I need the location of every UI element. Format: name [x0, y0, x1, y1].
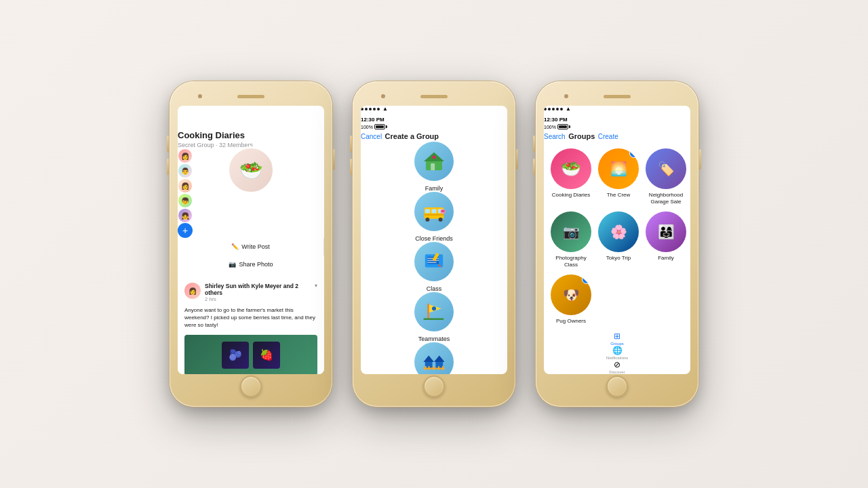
- svg-rect-31: [429, 366, 430, 370]
- battery-icon: [374, 124, 385, 129]
- front-camera: [564, 94, 568, 98]
- close-button[interactable]: ✕: [184, 111, 198, 125]
- post-author-name: Shirley Sun with Kyle Meyer and 2 others: [205, 283, 311, 296]
- family-name: Family: [658, 255, 674, 262]
- more-icon: ···: [307, 111, 317, 122]
- post-header: 👩 Shirley Sun with Kyle Meyer and 2 othe…: [184, 283, 317, 302]
- svg-rect-2: [431, 163, 435, 170]
- phone-1: ✕ ··· 🥗 Cooking Diaries Secret Group · 3…: [170, 81, 332, 407]
- signal-dot-2: [365, 108, 368, 110]
- svg-marker-28: [434, 355, 445, 362]
- neighbors-icon-svg: [422, 350, 446, 374]
- battery-section: 100%: [544, 124, 690, 129]
- group-item-photo[interactable]: 📷 Photography Class: [551, 211, 591, 268]
- phone-3: ▲ 12:30 PM 100% Search Groups Create 🥗: [536, 81, 698, 407]
- home-button[interactable]: [423, 375, 445, 397]
- power-button[interactable]: [699, 149, 701, 169]
- phone-speaker: [420, 95, 448, 98]
- phone-top-bar: [361, 89, 507, 103]
- power-button[interactable]: [333, 149, 335, 169]
- write-post-button[interactable]: ✏️ Write Post: [178, 238, 324, 256]
- svg-point-3: [433, 156, 436, 159]
- group-item-family[interactable]: 👨‍👩‍👧 Family: [646, 211, 686, 268]
- battery-pct-label: 100%: [544, 125, 556, 129]
- search-button[interactable]: Search: [544, 133, 566, 140]
- header-controls: ✕ ···: [178, 106, 324, 130]
- volume-down-button[interactable]: [350, 159, 352, 175]
- groups-grid: 🥗 Cooking Diaries 🌅 1 The Crew 🏷️ Neighb…: [544, 142, 690, 331]
- member-avatar-2[interactable]: 👨: [178, 163, 193, 178]
- battery-fill: [559, 125, 567, 128]
- family-icon-circle: [414, 142, 454, 181]
- tokyo-icon: 🌸: [598, 211, 639, 252]
- friends-label: Close Friends: [415, 235, 453, 242]
- create-button[interactable]: Create: [598, 133, 618, 140]
- group-option-class[interactable]: Class: [361, 242, 507, 292]
- group-name: Cooking Diaries: [178, 130, 324, 140]
- signal-indicator: ▲: [544, 106, 690, 112]
- group-item-pug[interactable]: 🐶 3 Pug Owners: [551, 274, 591, 325]
- member-avatar-3[interactable]: 👩: [178, 178, 193, 193]
- crew-badge: 1: [629, 148, 639, 158]
- tab-notifications[interactable]: 🌐 Notifications: [544, 346, 690, 360]
- volume-up-button[interactable]: [167, 136, 169, 152]
- home-button[interactable]: [240, 375, 262, 397]
- pug-avatar: 🐶 3: [551, 274, 591, 315]
- add-member-button[interactable]: +: [178, 223, 193, 238]
- member-avatar-4[interactable]: 👦: [178, 193, 193, 208]
- phone-top-bar: [178, 89, 324, 103]
- page-title: Groups: [568, 132, 595, 140]
- member-avatar-1[interactable]: 👩: [178, 148, 193, 163]
- group-item-crew[interactable]: 🌅 1 The Crew: [598, 148, 639, 205]
- crew-name: The Crew: [607, 192, 631, 199]
- group-option-family[interactable]: Family: [361, 142, 507, 192]
- home-button[interactable]: [606, 375, 628, 397]
- svg-rect-6: [431, 209, 436, 213]
- svg-rect-33: [438, 366, 439, 370]
- write-post-label: Write Post: [241, 243, 269, 250]
- group-option-neighbors[interactable]: Neighbors: [361, 342, 507, 374]
- signal-dot-3: [552, 108, 555, 110]
- cooking-icon: 🥗: [551, 148, 591, 189]
- family-icon-svg: [422, 149, 446, 174]
- post-meta: Shirley Sun with Kyle Meyer and 2 others…: [205, 283, 311, 302]
- pug-owners-name: Pug Owners: [556, 318, 586, 325]
- tokyo-avatar: 🌸: [598, 211, 639, 252]
- tab-discover[interactable]: ⊘ Discover: [544, 360, 690, 374]
- volume-up-button[interactable]: [533, 136, 535, 152]
- more-button[interactable]: ···: [307, 111, 317, 125]
- post-card: 👩 Shirley Sun with Kyle Meyer and 2 othe…: [178, 277, 324, 374]
- signal-dot-4: [373, 108, 376, 110]
- member-avatar-5[interactable]: 👧: [178, 208, 193, 223]
- group-item-cooking[interactable]: 🥗 Cooking Diaries: [551, 148, 591, 205]
- class-icon-svg: [422, 249, 446, 274]
- phone1-screen: ✕ ··· 🥗 Cooking Diaries Secret Group · 3…: [178, 106, 324, 374]
- power-button[interactable]: [516, 149, 518, 169]
- svg-rect-10: [425, 214, 444, 216]
- volume-up-button[interactable]: [350, 136, 352, 152]
- battery-icon: [557, 124, 568, 129]
- teammates-icon-circle: [414, 292, 454, 331]
- group-header-image: ✕ ··· 🥗: [178, 106, 324, 130]
- volume-down-button[interactable]: [533, 159, 535, 175]
- expand-icon[interactable]: ▾: [315, 283, 317, 289]
- svg-rect-34: [442, 366, 443, 370]
- status-time: 12:30 PM: [361, 117, 384, 123]
- crew-avatar: 🌅 1: [598, 148, 639, 189]
- volume-down-button[interactable]: [167, 159, 169, 175]
- group-option-friends[interactable]: Close Friends: [361, 192, 507, 242]
- group-option-teammates[interactable]: Teammates: [361, 292, 507, 342]
- close-icon: ✕: [189, 115, 194, 122]
- signal-dot-5: [560, 108, 563, 110]
- phone2-screen: ▲ 12:30 PM 100% Cancel Create a Group: [361, 106, 507, 374]
- post-author-avatar[interactable]: 👩: [184, 283, 201, 299]
- group-item-garage[interactable]: 🏷️ Neighborhood Garage Sale: [646, 148, 686, 205]
- group-info-section: Cooking Diaries Secret Group · 32 Member…: [178, 130, 324, 148]
- share-photo-button[interactable]: 📷 Share Photo: [178, 256, 324, 273]
- teammates-icon-svg: [422, 300, 446, 324]
- tab-groups[interactable]: ⊞ Groups: [544, 331, 690, 346]
- front-camera: [381, 94, 385, 98]
- group-item-tokyo[interactable]: 🌸 Tokyo Trip: [598, 211, 639, 268]
- cancel-button[interactable]: Cancel: [361, 133, 382, 140]
- family-avatar: 👨‍👩‍👧: [646, 211, 686, 252]
